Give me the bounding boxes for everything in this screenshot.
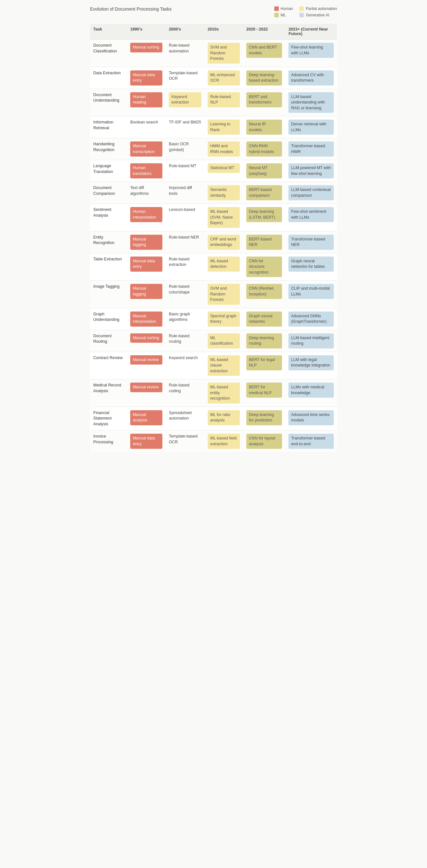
cell-content: ML-based detection: [208, 256, 240, 272]
cell-content: CNN-RNN hybrid models: [246, 142, 282, 157]
data-cell-7-2: ML-based (SVM, Naive Bayes): [205, 204, 243, 231]
data-cell-13-1: Keyword search: [165, 352, 204, 379]
legend-item-genai: Generative AI: [299, 13, 337, 18]
data-cell-0-2: SVM and Random Forests: [205, 39, 243, 67]
cell-content: Semantic similarity: [208, 185, 240, 200]
cell-content: LLM with legal knowledge integration: [288, 355, 334, 370]
data-cell-8-1: Rule-based NER: [165, 231, 204, 253]
table-row: Medical Record AnalysisManual reviewRule…: [90, 379, 337, 407]
cell-content: Manual analysis: [130, 410, 162, 425]
data-cell-7-1: Lexicon-based: [165, 204, 204, 231]
data-cell-0-3: CNN and BERT models: [243, 39, 285, 67]
data-cell-3-3: Neural IR models: [243, 116, 285, 138]
cell-content: Manual tagging: [130, 235, 162, 250]
cell-content: Neural MT (seq2seq): [246, 163, 282, 179]
data-cell-16-3: CNN for layout analysis: [243, 431, 285, 452]
cell-content: Learning to Rank: [208, 120, 240, 135]
data-cell-4-3: CNN-RNN hybrid models: [243, 138, 285, 160]
cell-content: Keyword extraction: [169, 92, 201, 107]
table-row: Handwriting RecognitionManual transcript…: [90, 138, 337, 160]
task-cell-7: Sentiment Analysis: [90, 204, 127, 231]
data-cell-12-2: ML classification: [205, 330, 243, 352]
cell-content: ML classification: [208, 333, 240, 348]
data-cell-11-1: Basic graph algorithms: [165, 308, 204, 330]
cell-content: Manual review: [130, 355, 162, 365]
cell-content: CRF and word embeddings: [208, 235, 240, 250]
cell-content: LLM-based understanding with RAG or lice…: [288, 92, 334, 113]
table-row: Contract ReviewManual reviewKeyword sear…: [90, 352, 337, 379]
data-cell-7-4: Few-shot sentiment with LLMs: [285, 204, 337, 231]
data-cell-7-0: Human interpretation: [127, 204, 165, 231]
legend-item-partial: Partial automation: [299, 6, 337, 11]
task-cell-9: Table Extraction: [90, 253, 127, 281]
cell-content: Manual sorting: [130, 43, 162, 53]
table-row: Document UnderstandingHuman readingKeywo…: [90, 89, 337, 116]
data-cell-10-2: SVM and Random Forests: [205, 281, 243, 308]
cell-content: Neural IR models: [246, 120, 282, 135]
legend: HumanPartial automationMLGenerative AI: [274, 6, 337, 18]
data-cell-16-4: Transformer-based end-to-end: [285, 431, 337, 452]
data-cell-6-0: Text diff algorithms: [127, 182, 165, 204]
cell-content: LLM-based intelligent routing: [288, 333, 334, 348]
table-row: Document RoutingManual sortingRule-based…: [90, 330, 337, 352]
task-cell-3: Information Retrieval: [90, 116, 127, 138]
cell-content: Few-shot sentiment with LLMs: [288, 207, 334, 222]
data-cell-9-1: Rule-based extraction: [165, 253, 204, 281]
col-header-5: 2023+ (Current/ Near Future): [285, 24, 337, 39]
data-cell-3-1: TF-IDF and BM25: [165, 116, 204, 138]
data-cell-12-1: Rule-based routing: [165, 330, 204, 352]
col-header-1: 1990's: [127, 24, 165, 39]
data-cell-11-3: Graph neural networks: [243, 308, 285, 330]
cell-content: Spectral graph theory: [208, 311, 240, 327]
data-cell-13-4: LLM with legal knowledge integration: [285, 352, 337, 379]
cell-content: SVM and Random Forests: [208, 43, 240, 64]
data-cell-9-4: Graph neural networks for tables: [285, 253, 337, 281]
data-cell-5-3: Neural MT (seq2seq): [243, 160, 285, 182]
cell-content: Graph neural networks: [246, 311, 282, 327]
task-cell-12: Document Routing: [90, 330, 127, 352]
data-cell-14-3: BERT for medical NLP: [243, 379, 285, 407]
cell-content: Manual data entry: [130, 256, 162, 272]
cell-content: Manual interpretation: [130, 311, 162, 327]
data-cell-16-1: Template-based OCR: [165, 431, 204, 452]
task-cell-15: Financial Statement Analysis: [90, 407, 127, 431]
table-row: Information RetrievalBoolean searchTF-ID…: [90, 116, 337, 138]
task-cell-4: Handwriting Recognition: [90, 138, 127, 160]
data-cell-10-0: Manual tagging: [127, 281, 165, 308]
data-cell-9-2: ML-based detection: [205, 253, 243, 281]
col-header-2: 2000's: [165, 24, 204, 39]
cell-content: ML-based field extraction: [208, 434, 240, 449]
data-cell-1-0: Manual data entry: [127, 67, 165, 89]
cell-content: ML-based entity recognition: [208, 382, 240, 403]
data-cell-8-4: Transformer-based NER: [285, 231, 337, 253]
cell-content: BERT for legal NLP: [246, 355, 282, 370]
data-cell-1-4: Advanced CV with transformers: [285, 67, 337, 89]
data-cell-9-3: CNN for structure recognition: [243, 253, 285, 281]
data-cell-11-4: Advanced GNNs (GraphTransformer): [285, 308, 337, 330]
cell-content: Few-shot learning with LLMs: [288, 43, 334, 58]
main-table: Task1990's2000's2010s2020 - 20222023+ (C…: [90, 24, 337, 452]
cell-content: Graph neural networks for tables: [288, 256, 334, 272]
task-cell-1: Data Extraction: [90, 67, 127, 89]
task-cell-14: Medical Record Analysis: [90, 379, 127, 407]
data-cell-6-2: Semantic similarity: [205, 182, 243, 204]
cell-content: Manual data entry: [130, 70, 162, 86]
cell-content: Deep learning (LSTM, BERT): [246, 207, 282, 222]
cell-content: LLMs with medical knowledge: [288, 382, 334, 398]
data-cell-13-0: Manual review: [127, 352, 165, 379]
data-cell-8-0: Manual tagging: [127, 231, 165, 253]
data-cell-0-1: Rule-based automation: [165, 39, 204, 67]
data-cell-5-1: Rule-based MT: [165, 160, 204, 182]
data-cell-15-2: ML for ratio analysis: [205, 407, 243, 431]
task-cell-5: Language Translation: [90, 160, 127, 182]
data-cell-5-2: Statistical MT: [205, 160, 243, 182]
data-cell-2-4: LLM-based understanding with RAG or lice…: [285, 89, 337, 116]
cell-content: Statistical MT: [208, 163, 240, 173]
legend-swatch-human: [274, 6, 279, 11]
table-row: Document ClassificationManual sortingRul…: [90, 39, 337, 67]
cell-content: LLM-based contextual comparison: [288, 185, 334, 200]
data-cell-6-4: LLM-based contextual comparison: [285, 182, 337, 204]
cell-content: Manual tagging: [130, 284, 162, 299]
cell-content: Human reading: [130, 92, 162, 107]
legend-item-ml: ML: [274, 13, 293, 18]
